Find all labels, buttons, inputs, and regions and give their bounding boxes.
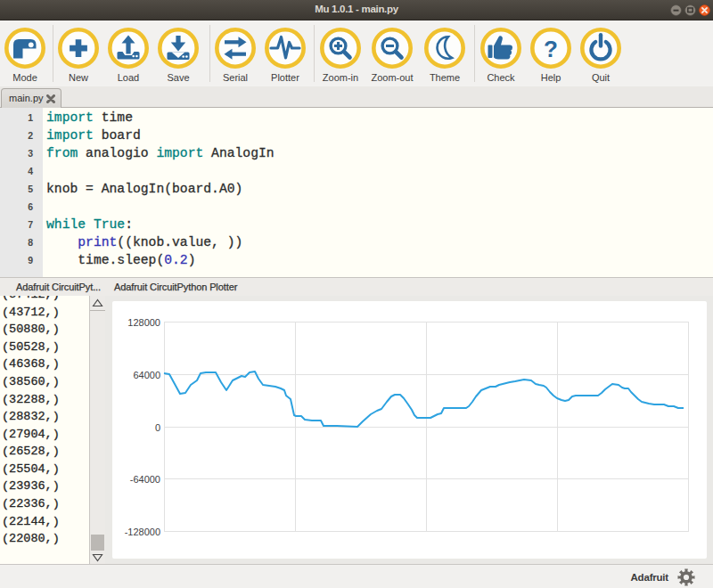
svg-text:128000: 128000 <box>127 317 160 328</box>
svg-text:-128000: -128000 <box>125 527 160 537</box>
svg-text:0: 0 <box>155 422 160 433</box>
svg-text:-64000: -64000 <box>130 474 160 485</box>
svg-text:64000: 64000 <box>133 370 160 380</box>
svg-text:?: ? <box>544 36 558 62</box>
